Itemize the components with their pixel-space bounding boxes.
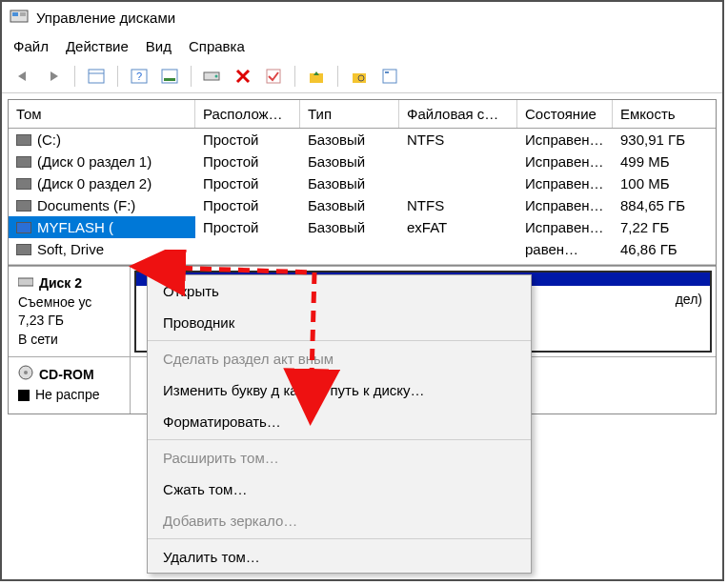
cell-fs: NTFS	[399, 194, 517, 216]
svg-rect-17	[18, 278, 33, 286]
cdrom-title: CD-ROM	[39, 366, 94, 385]
volume-name: Soft, Drive	[37, 241, 104, 257]
cell-fs	[399, 238, 517, 260]
cell-fs	[399, 151, 517, 172]
volumes-list: Том Располож… Тип Файловая с… Состояние …	[8, 99, 717, 266]
cell-cap: 930,91 ГБ	[613, 129, 716, 151]
ctx-shrink[interactable]: Сжать том…	[148, 474, 531, 505]
drive-icon	[16, 134, 31, 146]
volume-row[interactable]: Documents (F:)ПростойБазовыйNTFSИсправен…	[9, 194, 716, 216]
toolbar: ?	[2, 60, 722, 93]
col-type[interactable]: Тип	[300, 100, 399, 128]
volume-row[interactable]: (Диск 0 раздел 2)ПростойБазовыйИсправен……	[9, 172, 716, 194]
menu-view[interactable]: Вид	[146, 38, 172, 54]
volume-name-cell: Soft, Drive	[9, 238, 195, 260]
cell-cap: 46,86 ГБ	[613, 238, 716, 260]
ctx-make-active: Сделать раздел акт вным	[148, 343, 531, 374]
toolbar-separator	[191, 66, 192, 87]
cell-state: Исправен…	[517, 151, 613, 172]
col-capacity[interactable]: Емкость	[613, 100, 716, 128]
list-divider	[9, 264, 716, 265]
context-menu: Открыть Проводник Сделать раздел акт вны…	[147, 274, 532, 574]
drive-icon	[16, 156, 31, 168]
menu-action[interactable]: Действие	[66, 38, 129, 54]
properties-icon[interactable]	[376, 64, 403, 89]
menubar: Файл Действие Вид Справка	[2, 32, 722, 60]
help-icon[interactable]: ?	[126, 64, 152, 89]
disk-header: CD-ROM Не распре	[9, 357, 131, 414]
menu-file[interactable]: Файл	[13, 38, 49, 54]
disk-icon	[18, 274, 33, 293]
col-layout[interactable]: Располож…	[195, 100, 300, 128]
ctx-extend: Расширить том…	[148, 442, 531, 474]
svg-point-19	[24, 371, 28, 374]
svg-rect-3	[89, 70, 104, 83]
volume-row[interactable]: (Диск 0 раздел 1)ПростойБазовыйИсправен……	[9, 151, 716, 172]
volume-name: (C:)	[37, 131, 61, 148]
app-icon	[10, 8, 29, 27]
ctx-separator	[148, 538, 531, 539]
columns-header: Том Располож… Тип Файловая с… Состояние …	[9, 100, 716, 129]
svg-point-10	[215, 75, 218, 78]
svg-rect-16	[385, 71, 389, 73]
drive-icon[interactable]	[199, 64, 226, 89]
ctx-separator	[148, 439, 531, 440]
cell-state: равен…	[517, 238, 613, 260]
volume-row[interactable]: MYFLASH (ПростойБазовыйexFATИсправен…7,2…	[9, 216, 716, 238]
drive-icon	[16, 178, 31, 190]
unalloc-icon	[18, 390, 30, 401]
cell-layout: Простой	[195, 129, 300, 151]
forward-button[interactable]	[40, 64, 67, 89]
disk-header: Диск 2 Съемное ус 7,23 ГБ В сети	[9, 267, 131, 356]
volume-name-cell: (C:)	[9, 129, 195, 151]
delete-icon[interactable]	[230, 64, 256, 89]
cell-cap: 100 МБ	[613, 172, 716, 194]
toolbar-separator	[294, 66, 295, 87]
ctx-explorer[interactable]: Проводник	[148, 307, 531, 338]
window-title: Управление дисками	[36, 10, 175, 26]
volume-name-cell: Documents (F:)	[9, 194, 195, 216]
cell-fs: exFAT	[399, 216, 517, 238]
cell-state: Исправен…	[517, 129, 613, 151]
toolbar-separator	[117, 66, 118, 87]
disk-size: 7,23 ГБ	[18, 312, 120, 331]
list-icon[interactable]	[156, 64, 183, 89]
folder-up-icon[interactable]	[303, 64, 330, 89]
back-button[interactable]	[10, 64, 36, 89]
cdrom-status: Не распре	[35, 386, 100, 405]
col-volume[interactable]: Том	[9, 100, 195, 128]
search-folder-icon[interactable]	[346, 64, 373, 89]
svg-rect-8	[164, 78, 175, 81]
col-state[interactable]: Состояние	[517, 100, 613, 128]
check-icon[interactable]	[260, 64, 287, 89]
svg-rect-2	[20, 12, 26, 16]
ctx-delete[interactable]: Удалить том…	[148, 541, 531, 573]
panel-icon[interactable]	[83, 64, 110, 89]
ctx-open[interactable]: Открыть	[148, 275, 531, 307]
volume-row[interactable]: (C:)ПростойБазовыйNTFSИсправен…930,91 ГБ	[9, 129, 716, 151]
drive-icon	[16, 222, 31, 233]
volume-name: (Диск 0 раздел 2)	[37, 175, 152, 192]
cell-fs	[399, 172, 517, 194]
svg-rect-1	[12, 12, 18, 16]
cell-layout	[195, 238, 300, 260]
volume-name: (Диск 0 раздел 1)	[37, 153, 152, 170]
cell-type: Базовый	[300, 151, 399, 172]
volume-name-cell: (Диск 0 раздел 2)	[9, 172, 195, 194]
ctx-change-letter[interactable]: Изменить букву д ка или путь к диску…	[148, 374, 531, 406]
menu-help[interactable]: Справка	[189, 38, 245, 54]
cell-cap: 7,22 ГБ	[613, 216, 716, 238]
cell-state: Исправен…	[517, 216, 613, 238]
drive-icon	[16, 244, 31, 255]
cdrom-icon	[18, 365, 33, 386]
ctx-format[interactable]: Форматировать…	[148, 406, 531, 437]
volume-row[interactable]: Soft, Driveравен…46,86 ГБ	[9, 238, 716, 260]
toolbar-separator	[74, 66, 75, 87]
titlebar: Управление дисками	[2, 2, 722, 32]
cell-type: Базовый	[300, 216, 399, 238]
volume-name-cell: (Диск 0 раздел 1)	[9, 151, 195, 172]
col-filesystem[interactable]: Файловая с…	[399, 100, 517, 128]
volume-name: MYFLASH (	[37, 219, 113, 235]
volume-name: Documents (F:)	[37, 197, 135, 213]
cell-layout: Простой	[195, 216, 300, 238]
